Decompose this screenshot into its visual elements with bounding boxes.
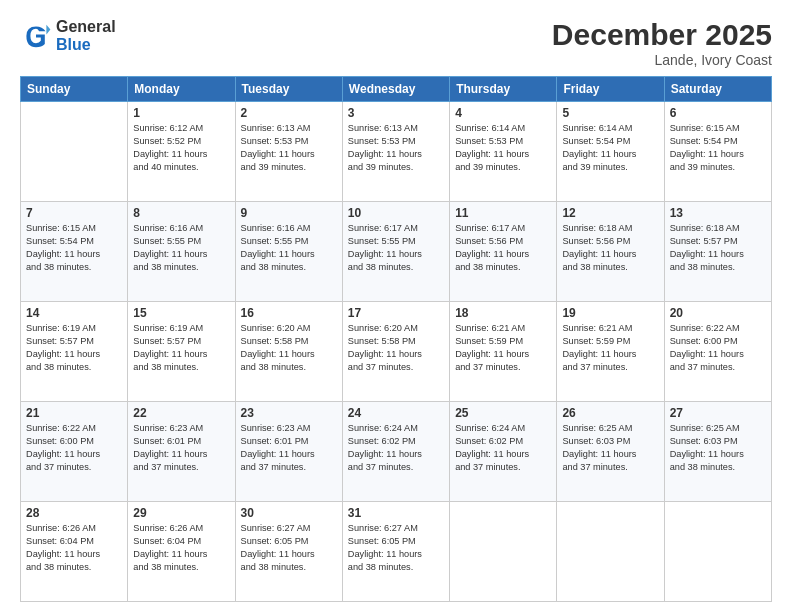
day-info: Sunrise: 6:22 AMSunset: 6:00 PMDaylight:…	[26, 422, 122, 474]
calendar-cell	[450, 502, 557, 602]
calendar-cell	[664, 502, 771, 602]
day-number: 24	[348, 406, 444, 420]
calendar-cell: 8Sunrise: 6:16 AMSunset: 5:55 PMDaylight…	[128, 202, 235, 302]
day-number: 17	[348, 306, 444, 320]
calendar-cell: 24Sunrise: 6:24 AMSunset: 6:02 PMDayligh…	[342, 402, 449, 502]
calendar-cell: 11Sunrise: 6:17 AMSunset: 5:56 PMDayligh…	[450, 202, 557, 302]
day-number: 5	[562, 106, 658, 120]
month-title: December 2025	[552, 18, 772, 52]
day-number: 30	[241, 506, 337, 520]
day-info: Sunrise: 6:18 AMSunset: 5:56 PMDaylight:…	[562, 222, 658, 274]
weekday-header-friday: Friday	[557, 77, 664, 102]
day-info: Sunrise: 6:23 AMSunset: 6:01 PMDaylight:…	[133, 422, 229, 474]
day-number: 18	[455, 306, 551, 320]
calendar-cell: 19Sunrise: 6:21 AMSunset: 5:59 PMDayligh…	[557, 302, 664, 402]
calendar-cell: 10Sunrise: 6:17 AMSunset: 5:55 PMDayligh…	[342, 202, 449, 302]
day-info: Sunrise: 6:24 AMSunset: 6:02 PMDaylight:…	[455, 422, 551, 474]
calendar-cell: 25Sunrise: 6:24 AMSunset: 6:02 PMDayligh…	[450, 402, 557, 502]
calendar-cell: 23Sunrise: 6:23 AMSunset: 6:01 PMDayligh…	[235, 402, 342, 502]
day-number: 12	[562, 206, 658, 220]
calendar-cell	[21, 102, 128, 202]
day-info: Sunrise: 6:19 AMSunset: 5:57 PMDaylight:…	[26, 322, 122, 374]
day-info: Sunrise: 6:18 AMSunset: 5:57 PMDaylight:…	[670, 222, 766, 274]
calendar-week-4: 21Sunrise: 6:22 AMSunset: 6:00 PMDayligh…	[21, 402, 772, 502]
calendar-cell: 1Sunrise: 6:12 AMSunset: 5:52 PMDaylight…	[128, 102, 235, 202]
calendar-week-5: 28Sunrise: 6:26 AMSunset: 6:04 PMDayligh…	[21, 502, 772, 602]
day-info: Sunrise: 6:24 AMSunset: 6:02 PMDaylight:…	[348, 422, 444, 474]
day-number: 25	[455, 406, 551, 420]
calendar-cell: 26Sunrise: 6:25 AMSunset: 6:03 PMDayligh…	[557, 402, 664, 502]
day-number: 29	[133, 506, 229, 520]
logo-text: General Blue	[56, 18, 116, 53]
day-number: 2	[241, 106, 337, 120]
weekday-header-monday: Monday	[128, 77, 235, 102]
day-info: Sunrise: 6:23 AMSunset: 6:01 PMDaylight:…	[241, 422, 337, 474]
day-info: Sunrise: 6:20 AMSunset: 5:58 PMDaylight:…	[348, 322, 444, 374]
day-number: 4	[455, 106, 551, 120]
calendar-week-2: 7Sunrise: 6:15 AMSunset: 5:54 PMDaylight…	[21, 202, 772, 302]
day-info: Sunrise: 6:16 AMSunset: 5:55 PMDaylight:…	[241, 222, 337, 274]
calendar-cell: 3Sunrise: 6:13 AMSunset: 5:53 PMDaylight…	[342, 102, 449, 202]
calendar-cell: 28Sunrise: 6:26 AMSunset: 6:04 PMDayligh…	[21, 502, 128, 602]
weekday-header-wednesday: Wednesday	[342, 77, 449, 102]
calendar-cell: 21Sunrise: 6:22 AMSunset: 6:00 PMDayligh…	[21, 402, 128, 502]
day-info: Sunrise: 6:13 AMSunset: 5:53 PMDaylight:…	[241, 122, 337, 174]
day-number: 31	[348, 506, 444, 520]
calendar-cell: 12Sunrise: 6:18 AMSunset: 5:56 PMDayligh…	[557, 202, 664, 302]
day-number: 3	[348, 106, 444, 120]
day-info: Sunrise: 6:12 AMSunset: 5:52 PMDaylight:…	[133, 122, 229, 174]
weekday-header-tuesday: Tuesday	[235, 77, 342, 102]
weekday-header-saturday: Saturday	[664, 77, 771, 102]
page: General Blue December 2025 Lande, Ivory …	[0, 0, 792, 612]
calendar-cell: 17Sunrise: 6:20 AMSunset: 5:58 PMDayligh…	[342, 302, 449, 402]
day-number: 26	[562, 406, 658, 420]
header: General Blue December 2025 Lande, Ivory …	[20, 18, 772, 68]
day-number: 20	[670, 306, 766, 320]
calendar-cell: 5Sunrise: 6:14 AMSunset: 5:54 PMDaylight…	[557, 102, 664, 202]
logo: General Blue	[20, 18, 116, 53]
day-number: 16	[241, 306, 337, 320]
day-info: Sunrise: 6:26 AMSunset: 6:04 PMDaylight:…	[26, 522, 122, 574]
day-number: 28	[26, 506, 122, 520]
day-info: Sunrise: 6:22 AMSunset: 6:00 PMDaylight:…	[670, 322, 766, 374]
day-number: 15	[133, 306, 229, 320]
calendar-body: 1Sunrise: 6:12 AMSunset: 5:52 PMDaylight…	[21, 102, 772, 602]
day-number: 27	[670, 406, 766, 420]
logo-general: General	[56, 18, 116, 36]
day-info: Sunrise: 6:14 AMSunset: 5:53 PMDaylight:…	[455, 122, 551, 174]
location-subtitle: Lande, Ivory Coast	[552, 52, 772, 68]
calendar-cell: 13Sunrise: 6:18 AMSunset: 5:57 PMDayligh…	[664, 202, 771, 302]
day-info: Sunrise: 6:25 AMSunset: 6:03 PMDaylight:…	[562, 422, 658, 474]
day-number: 6	[670, 106, 766, 120]
day-info: Sunrise: 6:19 AMSunset: 5:57 PMDaylight:…	[133, 322, 229, 374]
calendar-header: SundayMondayTuesdayWednesdayThursdayFrid…	[21, 77, 772, 102]
calendar-cell: 22Sunrise: 6:23 AMSunset: 6:01 PMDayligh…	[128, 402, 235, 502]
calendar-cell: 31Sunrise: 6:27 AMSunset: 6:05 PMDayligh…	[342, 502, 449, 602]
day-number: 7	[26, 206, 122, 220]
day-info: Sunrise: 6:17 AMSunset: 5:56 PMDaylight:…	[455, 222, 551, 274]
day-info: Sunrise: 6:13 AMSunset: 5:53 PMDaylight:…	[348, 122, 444, 174]
day-info: Sunrise: 6:26 AMSunset: 6:04 PMDaylight:…	[133, 522, 229, 574]
day-info: Sunrise: 6:20 AMSunset: 5:58 PMDaylight:…	[241, 322, 337, 374]
calendar-cell: 16Sunrise: 6:20 AMSunset: 5:58 PMDayligh…	[235, 302, 342, 402]
calendar-cell: 15Sunrise: 6:19 AMSunset: 5:57 PMDayligh…	[128, 302, 235, 402]
weekday-header-thursday: Thursday	[450, 77, 557, 102]
logo-blue: Blue	[56, 36, 116, 54]
calendar-cell: 6Sunrise: 6:15 AMSunset: 5:54 PMDaylight…	[664, 102, 771, 202]
day-info: Sunrise: 6:15 AMSunset: 5:54 PMDaylight:…	[26, 222, 122, 274]
day-info: Sunrise: 6:21 AMSunset: 5:59 PMDaylight:…	[455, 322, 551, 374]
calendar-cell: 20Sunrise: 6:22 AMSunset: 6:00 PMDayligh…	[664, 302, 771, 402]
day-number: 21	[26, 406, 122, 420]
day-number: 13	[670, 206, 766, 220]
calendar-cell: 29Sunrise: 6:26 AMSunset: 6:04 PMDayligh…	[128, 502, 235, 602]
day-number: 9	[241, 206, 337, 220]
calendar-cell: 4Sunrise: 6:14 AMSunset: 5:53 PMDaylight…	[450, 102, 557, 202]
day-number: 22	[133, 406, 229, 420]
day-number: 10	[348, 206, 444, 220]
day-number: 1	[133, 106, 229, 120]
day-number: 8	[133, 206, 229, 220]
day-info: Sunrise: 6:27 AMSunset: 6:05 PMDaylight:…	[241, 522, 337, 574]
day-info: Sunrise: 6:16 AMSunset: 5:55 PMDaylight:…	[133, 222, 229, 274]
calendar-cell	[557, 502, 664, 602]
calendar-cell: 7Sunrise: 6:15 AMSunset: 5:54 PMDaylight…	[21, 202, 128, 302]
